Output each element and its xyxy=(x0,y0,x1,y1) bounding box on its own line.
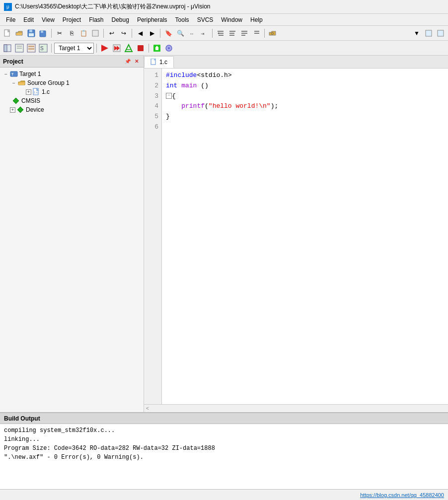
debug-folder-btn[interactable]: D xyxy=(267,28,278,39)
save-all-btn[interactable] xyxy=(38,28,49,39)
toolbar-extra1[interactable] xyxy=(423,28,434,39)
comment-btn[interactable] xyxy=(239,28,250,39)
collapse-icon[interactable]: − xyxy=(166,93,172,99)
file-icon-1c: 1.c xyxy=(32,88,40,96)
tree-expand-sourcegroup1[interactable]: − xyxy=(10,80,18,86)
menu-peripherals[interactable]: Peripherals xyxy=(133,15,171,24)
tree-item-sourcegroup1[interactable]: − Source Group 1 xyxy=(0,78,144,87)
app-icon: μ xyxy=(4,3,12,11)
nav-back-btn[interactable]: ◀ xyxy=(135,28,146,39)
tree-expand-device[interactable]: + xyxy=(10,107,15,113)
menu-help[interactable]: Help xyxy=(246,15,267,24)
menu-debug[interactable]: Debug xyxy=(108,15,133,24)
menu-svcs[interactable]: SVCS xyxy=(193,15,218,24)
bookmark-btn[interactable]: 🔖 xyxy=(163,28,174,39)
tree-item-file1c[interactable]: + 1.c 1.c xyxy=(0,87,144,96)
build-output: Build Output compiling system_stm32f10x.… xyxy=(0,412,448,489)
svg-text:⇥: ⇥ xyxy=(201,31,205,36)
open-file-btn[interactable] xyxy=(14,28,25,39)
toolbar-1: ✂ ⎘ 📋 ↩ ↪ ◀ ▶ 🔖 🔍 ↔ ⇥ D ▼ xyxy=(0,26,448,41)
build-content[interactable]: compiling system_stm32f10x.c... linking.… xyxy=(0,424,448,489)
registers-btn[interactable] xyxy=(14,43,25,54)
svg-text:D: D xyxy=(271,32,274,35)
code-printf-fn: printf xyxy=(181,102,205,110)
sep2 xyxy=(103,29,104,38)
translate-btn[interactable] xyxy=(123,43,134,54)
project-window-btn[interactable] xyxy=(2,43,13,54)
goto-btn[interactable]: ⇥ xyxy=(199,28,210,39)
menu-file[interactable]: File xyxy=(2,15,19,24)
code-main-fn: main xyxy=(181,82,197,89)
menu-project[interactable]: Project xyxy=(59,15,85,24)
undo-btn[interactable]: ↩ xyxy=(106,28,117,39)
serial-btn[interactable]: S xyxy=(38,43,49,54)
project-title: Project xyxy=(3,58,23,65)
diamond-icon-device xyxy=(16,106,24,114)
rebuild-btn[interactable] xyxy=(111,43,122,54)
tab-name-1c: 1.c xyxy=(159,59,167,66)
stop-btn[interactable] xyxy=(135,43,146,54)
code-int-kw: int xyxy=(166,82,177,89)
settings-btn[interactable] xyxy=(163,43,174,54)
redo-btn[interactable]: ↪ xyxy=(118,28,129,39)
target-select[interactable]: Target 1 xyxy=(54,43,94,54)
tree-item-cmsis[interactable]: CMSIS xyxy=(0,96,144,105)
menu-flash[interactable]: Flash xyxy=(85,15,107,24)
memory-btn[interactable] xyxy=(26,43,37,54)
build-line-3: Program Size: Code=3642 RO-data=282 RW-d… xyxy=(4,444,444,453)
svg-rect-8 xyxy=(92,30,98,36)
svg-rect-33 xyxy=(28,48,34,50)
main-area: Project 📌 ✕ − T Target 1 − xyxy=(0,56,448,412)
uncomment-btn[interactable] xyxy=(251,28,262,39)
svg-rect-45 xyxy=(155,48,158,50)
svg-rect-27 xyxy=(4,45,7,52)
menu-window[interactable]: Window xyxy=(217,15,246,24)
unindent-btn[interactable] xyxy=(227,28,238,39)
sep4 xyxy=(160,29,160,38)
tree-expand-target1[interactable]: − xyxy=(2,71,10,77)
indent-btn[interactable] xyxy=(215,28,226,39)
tree-item-target1[interactable]: − T Target 1 xyxy=(0,70,144,78)
nav-fwd-btn[interactable]: ▶ xyxy=(147,28,157,39)
svg-text:T: T xyxy=(11,72,14,76)
editor-area: 1.c 1 2 3 4 5 6 #include<stdio.h> int ma… xyxy=(144,56,448,412)
svg-rect-42 xyxy=(138,45,144,51)
code-area[interactable]: #include<stdio.h> int main () −{ printf(… xyxy=(162,69,448,404)
sep3 xyxy=(132,29,132,38)
svg-point-47 xyxy=(168,47,170,49)
svg-text:↔: ↔ xyxy=(189,31,194,36)
find-btn[interactable]: 🔍 xyxy=(175,28,186,39)
project-header-icons: 📌 ✕ xyxy=(124,58,141,66)
status-bar: https://blog.csdn.net/qq_45882400 xyxy=(0,489,448,500)
replace-btn[interactable]: ↔ xyxy=(187,28,198,39)
editor-hscroll[interactable]: < xyxy=(144,404,448,412)
copy-btn[interactable]: ⎘ xyxy=(66,28,77,39)
menu-edit[interactable]: Edit xyxy=(19,15,38,24)
tree-label-cmsis: CMSIS xyxy=(21,97,40,104)
sep5 xyxy=(212,29,213,38)
project-pin-btn[interactable]: 📌 xyxy=(124,58,132,66)
paste-btn[interactable]: 📋 xyxy=(78,28,89,39)
menu-view[interactable]: View xyxy=(38,15,59,24)
scroll-indicator: < xyxy=(146,406,149,411)
dropdown-btn[interactable]: ▼ xyxy=(411,28,422,39)
menu-tools[interactable]: Tools xyxy=(171,15,193,24)
menu-bar: File Edit View Project Flash Debug Perip… xyxy=(0,14,448,26)
editor-content[interactable]: 1 2 3 4 5 6 #include<stdio.h> int main (… xyxy=(144,69,448,404)
new-file-btn[interactable] xyxy=(2,28,13,39)
download-btn[interactable] xyxy=(151,43,162,54)
build-line-1: compiling system_stm32f10x.c... xyxy=(4,426,444,435)
editor-tabs: 1.c xyxy=(144,56,448,69)
cut-btn[interactable]: ✂ xyxy=(54,28,65,39)
build-line-2: linking... xyxy=(4,435,444,444)
toolbar-extra2[interactable] xyxy=(435,28,446,39)
unknown-btn1[interactable] xyxy=(90,28,101,39)
editor-tab-1c[interactable]: 1.c xyxy=(144,56,174,68)
sep1 xyxy=(51,29,52,38)
tree-label-device: Device xyxy=(26,106,44,113)
save-btn[interactable] xyxy=(26,28,37,39)
tree-item-device[interactable]: + Device xyxy=(0,105,144,114)
tree-expand-file1c[interactable]: + xyxy=(26,89,31,95)
project-close-btn[interactable]: ✕ xyxy=(133,58,141,66)
build-target-btn[interactable] xyxy=(99,43,110,54)
